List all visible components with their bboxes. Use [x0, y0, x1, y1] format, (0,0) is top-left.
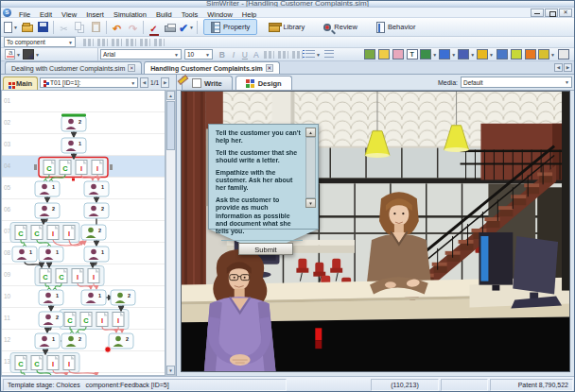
- font-size-select[interactable]: 10▼: [184, 49, 213, 60]
- choice-node-correct[interactable]: C: [44, 161, 55, 175]
- align-tops-icon[interactable]: [126, 39, 136, 46]
- minimize-button[interactable]: [531, 9, 544, 17]
- person-node[interactable]: 2: [39, 312, 63, 327]
- align-right-icon[interactable]: [292, 51, 303, 59]
- scroll-down-icon[interactable]: ▼: [166, 366, 175, 375]
- font-color-button[interactable]: ▼: [4, 46, 22, 62]
- choice-node-incorrect[interactable]: I: [92, 161, 103, 175]
- choice-option[interactable]: Tell the customer that she should write …: [216, 149, 302, 165]
- person-node[interactable]: 1: [61, 138, 86, 153]
- person-node[interactable]: 1: [84, 181, 109, 196]
- next-page-button[interactable]: ▶: [161, 77, 169, 88]
- dialog-scrollbar[interactable]: ▲ ▼: [305, 128, 316, 208]
- italic-button[interactable]: I: [228, 50, 239, 60]
- choice-node-incorrect[interactable]: I: [63, 226, 75, 240]
- insert-score-button[interactable]: [509, 46, 523, 62]
- align-bottoms-icon[interactable]: [154, 39, 165, 46]
- choice-node-incorrect[interactable]: I: [96, 313, 108, 327]
- tab-write[interactable]: Write: [182, 76, 233, 90]
- spellcheck-button[interactable]: [146, 19, 162, 35]
- choice-node-incorrect[interactable]: I: [63, 356, 75, 370]
- open-button[interactable]: [19, 19, 35, 35]
- view-button-library[interactable]: Library: [261, 19, 312, 35]
- person-node[interactable]: 1: [35, 181, 60, 196]
- choice-node-incorrect[interactable]: I: [72, 269, 83, 283]
- node-selector[interactable]: T01 [ID=1]: ▼: [40, 77, 138, 88]
- document-tab[interactable]: Handling Customer Complaints.sim✕: [144, 61, 280, 74]
- person-node[interactable]: 2: [111, 290, 135, 305]
- numbered-list-button[interactable]: ▼: [305, 46, 322, 62]
- choice-option[interactable]: Tell the customer you can't help her.: [216, 129, 302, 145]
- choice-node-incorrect[interactable]: I: [47, 356, 59, 370]
- publish-check-button[interactable]: ▼: [178, 19, 195, 35]
- view-button-behavior[interactable]: Behavior: [369, 19, 424, 35]
- underline-button[interactable]: U: [239, 50, 251, 60]
- person-node[interactable]: 2: [61, 333, 86, 349]
- choice-option[interactable]: Ask the customer to provide as much info…: [216, 196, 302, 236]
- align-center-icon[interactable]: [278, 51, 288, 59]
- choice-node-correct[interactable]: C: [64, 313, 76, 327]
- scrollbar-thumb[interactable]: [166, 101, 175, 150]
- insert-points-button[interactable]: ▼: [476, 46, 495, 62]
- insert-image-button[interactable]: ▼: [419, 46, 438, 62]
- align-lefts-icon[interactable]: [83, 39, 94, 46]
- redo-button[interactable]: [125, 19, 141, 35]
- person-node[interactable]: 1: [12, 247, 37, 262]
- choice-node-incorrect[interactable]: I: [88, 269, 99, 283]
- align-centers-icon[interactable]: [97, 39, 108, 46]
- person-node[interactable]: 2: [84, 203, 109, 218]
- char-color-button[interactable]: A: [251, 50, 262, 60]
- close-tab-icon[interactable]: ✕: [266, 64, 273, 72]
- paste-button[interactable]: [88, 19, 104, 35]
- flowchart-scrollbar[interactable]: ▲ ▼: [166, 90, 176, 376]
- new-document-button[interactable]: ▼: [3, 19, 19, 35]
- insert-callout-button[interactable]: [376, 46, 391, 62]
- view-button-property[interactable]: Property: [203, 19, 257, 35]
- media-select[interactable]: Default▼: [461, 77, 572, 88]
- person-node[interactable]: 1: [39, 247, 63, 262]
- fill-color-button[interactable]: ▼: [22, 46, 41, 62]
- align-left-icon[interactable]: [264, 51, 274, 59]
- insert-frame-button[interactable]: [556, 46, 570, 62]
- insert-component-button[interactable]: [362, 46, 376, 62]
- save-button[interactable]: [35, 19, 51, 35]
- choice-option[interactable]: Empathize with the customer. Ask her abo…: [216, 169, 302, 193]
- choice-node-correct[interactable]: C: [15, 226, 26, 240]
- choice-node-incorrect[interactable]: I: [47, 226, 59, 240]
- choice-node-correct[interactable]: C: [40, 269, 51, 283]
- view-button-review[interactable]: Review: [316, 19, 365, 35]
- design-canvas[interactable]: Tell the customer you can't help her.Tel…: [181, 91, 570, 372]
- scroll-down-icon[interactable]: ▼: [305, 198, 316, 208]
- bold-button[interactable]: B: [217, 50, 228, 60]
- close-button[interactable]: ✕: [559, 9, 572, 17]
- choice-node-correct[interactable]: C: [31, 226, 43, 240]
- choice-node-incorrect[interactable]: I: [76, 161, 87, 175]
- copy-button[interactable]: [72, 19, 88, 35]
- print-button[interactable]: [162, 19, 178, 35]
- insert-puzzle-button[interactable]: [495, 46, 509, 62]
- tab-main[interactable]: Main: [3, 77, 38, 90]
- scroll-up-icon[interactable]: ▲: [305, 128, 316, 137]
- bullet-list-button[interactable]: [322, 46, 338, 62]
- font-family-select[interactable]: Arial▼: [100, 49, 182, 60]
- insert-columns-button[interactable]: [391, 46, 405, 62]
- undo-button[interactable]: [109, 19, 125, 35]
- insert-video-button[interactable]: ▼: [457, 46, 476, 62]
- align-rights-icon[interactable]: [112, 39, 122, 46]
- flowchart-canvas[interactable]: 01020304050607080910111213 21CCII1122CCI…: [1, 90, 166, 376]
- person-node[interactable]: 1: [39, 290, 63, 305]
- insert-layers-button[interactable]: ▼: [537, 46, 556, 62]
- prev-page-button[interactable]: ◀: [140, 77, 148, 88]
- tab-design[interactable]: Design: [235, 76, 292, 90]
- tab-scroll-right-button[interactable]: ▶: [564, 63, 572, 72]
- close-tab-icon[interactable]: ✕: [128, 64, 135, 72]
- person-node[interactable]: 1: [84, 247, 109, 262]
- choice-node-correct[interactable]: C: [80, 313, 92, 327]
- document-tab[interactable]: Dealing with Customer Complaints.sim✕: [5, 61, 142, 74]
- person-node[interactable]: 1: [81, 290, 106, 305]
- choice-node-correct[interactable]: C: [56, 269, 67, 283]
- choice-node-incorrect[interactable]: I: [113, 313, 124, 327]
- person-node[interactable]: 2: [61, 114, 86, 132]
- choice-node-correct[interactable]: C: [31, 356, 43, 370]
- person-node[interactable]: 1: [35, 333, 60, 349]
